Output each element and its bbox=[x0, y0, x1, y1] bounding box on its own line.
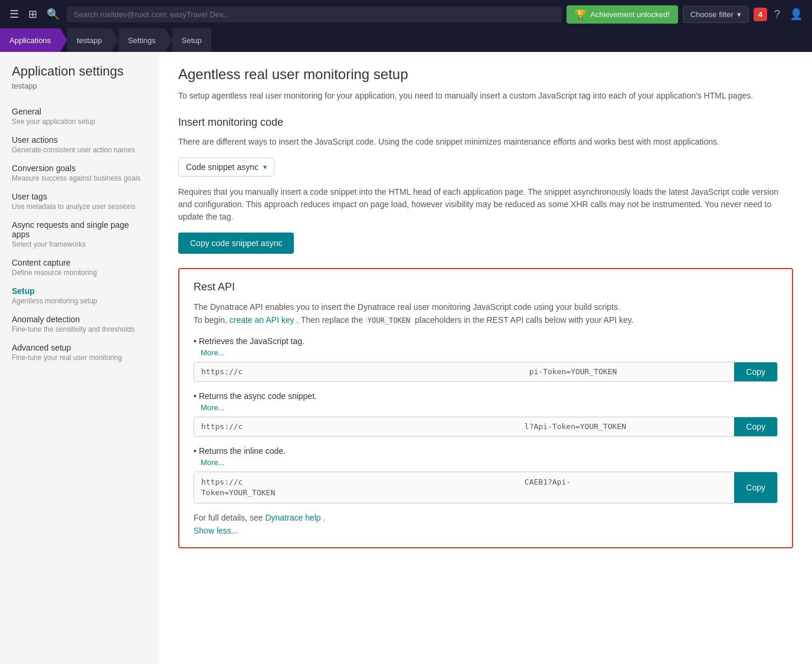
sidebar-item-setup[interactable]: Setup Agentless monitoring setup bbox=[0, 282, 159, 310]
sidebar-item-async-requests[interactable]: Async requests and single page apps Sele… bbox=[0, 215, 159, 253]
content-area: Agentless real user monitoring setup To … bbox=[159, 52, 812, 664]
sidebar-item-user-actions[interactable]: User actions Generate consistent user ac… bbox=[0, 130, 159, 159]
api-item-1-label: Retrieves the JavaScript tag. bbox=[194, 336, 778, 346]
top-nav: ☰ ⊞ 🔍 🏆 Achievement unlocked! Choose fil… bbox=[0, 0, 812, 28]
api-item-3-url-input[interactable] bbox=[194, 472, 734, 503]
sidebar: Application settings testapp General See… bbox=[0, 52, 159, 664]
rest-api-intro: The Dynatrace API enables you to insert … bbox=[194, 300, 778, 327]
breadcrumb-arrow-1 bbox=[60, 28, 67, 52]
breadcrumb-arrow-3 bbox=[165, 28, 172, 52]
rest-api-footer: For full details, see Dynatrace help . bbox=[194, 513, 778, 522]
api-item-2-copy-button[interactable]: Copy bbox=[734, 417, 777, 436]
sidebar-item-user-tags[interactable]: User tags Use metadata to analyze user s… bbox=[0, 187, 159, 215]
trophy-icon: 🏆 bbox=[575, 9, 587, 20]
api-item-1: Retrieves the JavaScript tag. More... Co… bbox=[194, 336, 778, 382]
api-item-3-label: Returns the inline code. bbox=[194, 446, 778, 456]
api-item-2-url-row: Copy bbox=[194, 417, 778, 437]
show-less-link[interactable]: Show less... bbox=[194, 526, 778, 535]
page-title: Agentless real user monitoring setup bbox=[178, 66, 793, 83]
sidebar-subtitle: testapp bbox=[0, 81, 159, 102]
rest-api-title: Rest API bbox=[194, 281, 778, 293]
sidebar-item-content-capture[interactable]: Content capture Define resource monitori… bbox=[0, 253, 159, 282]
snippet-description: Requires that you manually insert a code… bbox=[178, 186, 793, 223]
chevron-down-icon: ▾ bbox=[737, 10, 741, 19]
api-item-1-url-input[interactable] bbox=[194, 362, 734, 381]
code-snippet-dropdown[interactable]: Code snippet async ▾ bbox=[178, 158, 274, 176]
page-description: To setup agentless real user monitoring … bbox=[178, 90, 793, 102]
sidebar-item-advanced-setup[interactable]: Advanced setup Fine-tune your real user … bbox=[0, 338, 159, 367]
sidebar-item-conversion-goals[interactable]: Conversion goals Measure success against… bbox=[0, 159, 159, 187]
api-item-1-url-row: Copy bbox=[194, 362, 778, 382]
user-icon[interactable]: 👤 bbox=[787, 5, 805, 23]
main-layout: Application settings testapp General See… bbox=[0, 52, 812, 664]
help-icon[interactable]: ? bbox=[772, 6, 782, 23]
api-item-3: Returns the inline code. More... Copy bbox=[194, 446, 778, 503]
sidebar-item-anomaly-detection[interactable]: Anomaly detection Fine-tune the sensitiv… bbox=[0, 310, 159, 338]
choose-filter-button[interactable]: Choose filter ▾ bbox=[683, 6, 749, 23]
breadcrumb: Applications testapp Settings Setup bbox=[0, 28, 812, 52]
api-item-3-url-row: Copy bbox=[194, 472, 778, 503]
api-item-2-url-input[interactable] bbox=[194, 417, 734, 436]
copy-snippet-button[interactable]: Copy code snippet async bbox=[178, 233, 294, 254]
breadcrumb-arrow-2 bbox=[112, 28, 119, 52]
api-item-1-copy-button[interactable]: Copy bbox=[734, 362, 777, 381]
search-nav-icon[interactable]: 🔍 bbox=[44, 5, 62, 23]
breadcrumb-settings[interactable]: Settings bbox=[119, 28, 165, 52]
insert-monitoring-title: Insert monitoring code bbox=[178, 116, 793, 129]
breadcrumb-applications[interactable]: Applications bbox=[0, 28, 60, 52]
token-code: YOUR_TOKEN bbox=[365, 316, 412, 325]
api-item-3-copy-button[interactable]: Copy bbox=[734, 472, 777, 503]
breadcrumb-testapp[interactable]: testapp bbox=[67, 28, 112, 52]
api-item-2-label: Returns the async code snippet. bbox=[194, 391, 778, 401]
achievement-badge: 🏆 Achievement unlocked! bbox=[567, 5, 677, 24]
chevron-down-icon: ▾ bbox=[263, 163, 267, 171]
insert-monitoring-description: There are different ways to insert the J… bbox=[178, 136, 793, 148]
sidebar-title: Application settings bbox=[0, 64, 159, 81]
rest-api-section: Rest API The Dynatrace API enables you t… bbox=[178, 268, 793, 548]
grid-icon[interactable]: ⊞ bbox=[26, 5, 40, 23]
hamburger-icon[interactable]: ☰ bbox=[7, 5, 21, 23]
api-item-2-more-link[interactable]: More... bbox=[201, 403, 778, 412]
notification-badge[interactable]: 4 bbox=[754, 8, 767, 21]
api-item-1-more-link[interactable]: More... bbox=[201, 348, 778, 357]
api-item-3-more-link[interactable]: More... bbox=[201, 458, 778, 467]
create-api-key-link[interactable]: create an API key bbox=[230, 315, 294, 325]
api-item-2: Returns the async code snippet. More... … bbox=[194, 391, 778, 437]
search-input[interactable] bbox=[67, 6, 562, 22]
sidebar-item-general[interactable]: General See your application setup bbox=[0, 102, 159, 130]
dynatrace-help-link[interactable]: Dynatrace help bbox=[265, 513, 320, 522]
breadcrumb-setup[interactable]: Setup bbox=[172, 28, 211, 52]
